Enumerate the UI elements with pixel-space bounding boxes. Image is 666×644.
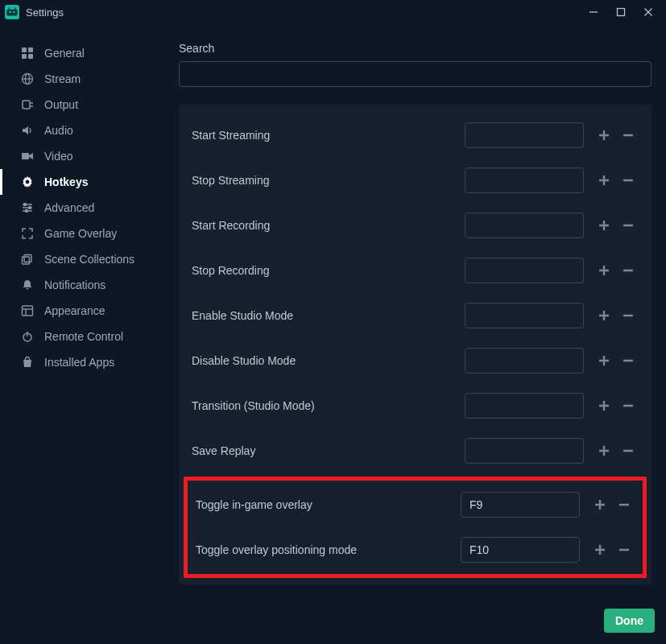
hotkey-label: Save Replay (192, 444, 455, 459)
maximize-button[interactable] (608, 2, 634, 23)
add-hotkey-button[interactable] (597, 353, 611, 368)
sidebar-item-video[interactable]: Video (0, 143, 161, 169)
add-hotkey-button[interactable] (597, 128, 611, 142)
sidebar-item-label: Audio (44, 124, 73, 137)
svg-point-22 (24, 204, 27, 206)
bag-icon (20, 355, 35, 369)
sidebar-item-stream[interactable]: Stream (0, 66, 161, 92)
remove-hotkey-button[interactable] (621, 353, 635, 368)
hotkey-input[interactable] (465, 303, 584, 328)
hotkey-input[interactable] (465, 438, 584, 464)
hotkey-label: Stop Streaming (192, 173, 455, 188)
close-button[interactable] (635, 2, 661, 23)
svg-rect-26 (24, 255, 31, 262)
output-icon (20, 97, 35, 112)
sidebar-item-audio[interactable]: Audio (0, 118, 161, 143)
sidebar-item-general[interactable]: General (0, 40, 161, 66)
sidebar-item-scene-collections[interactable]: Scene Collections (0, 246, 161, 272)
remove-hotkey-button[interactable] (621, 263, 635, 278)
svg-rect-11 (22, 54, 27, 59)
sidebar-item-game-overlay[interactable]: Game Overlay (0, 221, 161, 246)
hotkey-label: Toggle overlay positioning mode (196, 543, 451, 558)
remove-hotkey-button[interactable] (621, 444, 635, 458)
hotkey-input[interactable] (461, 537, 580, 563)
sliders-icon (20, 200, 35, 215)
sidebar-item-label: Installed Apps (44, 356, 114, 369)
highlight-box: Toggle in-game overlay Toggle overlay po… (184, 477, 647, 578)
svg-rect-25 (23, 257, 30, 264)
svg-rect-4 (14, 7, 16, 9)
hotkey-input[interactable] (461, 492, 580, 518)
layout-icon (20, 303, 35, 318)
sidebar-item-appearance[interactable]: Appearance (0, 298, 161, 324)
remove-hotkey-button[interactable] (621, 398, 635, 413)
done-button[interactable]: Done (604, 609, 655, 633)
svg-rect-9 (22, 47, 27, 52)
sidebar-item-notifications[interactable]: Notifications (0, 272, 161, 298)
hotkey-row-stop-recording: Stop Recording (192, 248, 639, 293)
hotkey-input[interactable] (465, 167, 584, 193)
remove-hotkey-button[interactable] (617, 497, 631, 512)
remove-hotkey-button[interactable] (617, 543, 631, 557)
hotkey-label: Start Recording (192, 218, 455, 233)
hotkeys-panel: Start Streaming Stop Streaming Start Rec… (179, 105, 652, 584)
collection-icon (20, 252, 35, 266)
hotkey-row-disable-studio: Disable Studio Mode (192, 338, 639, 383)
search-label: Search (179, 42, 652, 55)
remove-hotkey-button[interactable] (621, 308, 635, 323)
hotkey-row-start-streaming: Start Streaming (192, 113, 639, 158)
add-hotkey-button[interactable] (597, 263, 611, 278)
hotkey-input[interactable] (465, 122, 584, 148)
sidebar-item-label: Output (44, 98, 78, 111)
add-hotkey-button[interactable] (597, 218, 611, 233)
expand-icon (20, 226, 35, 241)
hotkey-label: Disable Studio Mode (192, 353, 455, 369)
add-hotkey-button[interactable] (597, 173, 611, 188)
gear-icon (20, 175, 35, 189)
svg-rect-10 (28, 47, 33, 52)
hotkey-row-start-recording: Start Recording (192, 203, 639, 248)
sidebar-item-remote-control[interactable]: Remote Control (0, 324, 161, 349)
app-icon (5, 5, 19, 19)
main-content: Search Start Streaming Stop Streaming (161, 24, 666, 601)
sidebar-item-advanced[interactable]: Advanced (0, 195, 161, 221)
hotkey-input[interactable] (465, 258, 584, 283)
hotkey-row-enable-studio: Enable Studio Mode (192, 293, 639, 338)
globe-icon (20, 72, 35, 86)
sidebar-item-output[interactable]: Output (0, 92, 161, 118)
svg-point-2 (13, 11, 15, 14)
svg-rect-6 (618, 9, 625, 16)
window-title: Settings (26, 6, 581, 19)
sidebar-item-hotkeys[interactable]: Hotkeys (0, 169, 161, 195)
remove-hotkey-button[interactable] (621, 128, 635, 142)
sidebar-item-label: Notifications (44, 279, 105, 291)
svg-rect-0 (6, 10, 18, 16)
add-hotkey-button[interactable] (597, 308, 611, 323)
svg-rect-16 (23, 101, 30, 109)
sidebar-item-label: Scene Collections (44, 253, 134, 266)
window-controls (581, 2, 661, 23)
svg-point-1 (9, 11, 11, 14)
sidebar-item-label: Game Overlay (44, 227, 117, 240)
svg-rect-12 (28, 54, 33, 59)
add-hotkey-button[interactable] (597, 398, 611, 413)
minimize-button[interactable] (581, 2, 606, 23)
hotkey-input[interactable] (465, 348, 584, 374)
sidebar-item-installed-apps[interactable]: Installed Apps (0, 349, 161, 375)
hotkey-label: Stop Recording (192, 263, 455, 279)
svg-point-18 (26, 180, 30, 184)
remove-hotkey-button[interactable] (621, 218, 635, 233)
hotkey-row-toggle-positioning: Toggle overlay positioning mode (196, 527, 635, 572)
add-hotkey-button[interactable] (593, 497, 607, 512)
hotkey-input[interactable] (465, 213, 584, 238)
svg-rect-3 (9, 7, 10, 9)
svg-point-24 (26, 210, 28, 213)
add-hotkey-button[interactable] (593, 543, 607, 557)
hotkey-row-stop-streaming: Stop Streaming (192, 158, 639, 203)
grid-icon (20, 46, 35, 60)
hotkey-input[interactable] (465, 393, 584, 419)
add-hotkey-button[interactable] (597, 444, 611, 458)
hotkey-label: Toggle in-game overlay (196, 497, 451, 513)
search-input[interactable] (179, 61, 652, 87)
remove-hotkey-button[interactable] (621, 173, 635, 188)
